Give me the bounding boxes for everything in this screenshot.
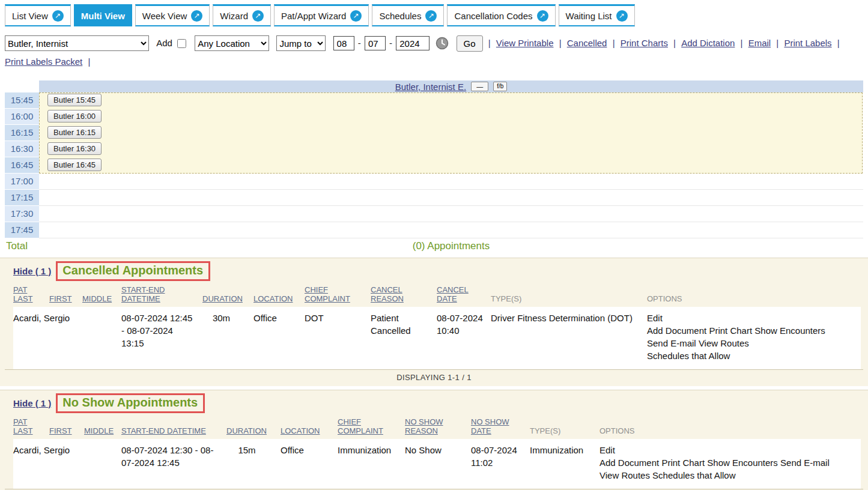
- tab-multi-view[interactable]: Multi View: [74, 4, 132, 26]
- col-header-cancel-reason[interactable]: CANCEL REASON: [371, 285, 404, 303]
- option-print-chart[interactable]: Print Chart: [709, 325, 752, 336]
- provider-select[interactable]: Butler, Internist: [5, 35, 149, 51]
- option-show-encounters[interactable]: Show Encounters: [707, 458, 778, 468]
- col-header-chief-complaint[interactable]: CHIEF COMPLAINT: [338, 417, 383, 435]
- open-new-window-icon[interactable]: ↗: [52, 10, 64, 22]
- empty-slot-cell[interactable]: [39, 190, 863, 206]
- option-print-chart[interactable]: Print Chart: [661, 458, 705, 468]
- tab-wizard[interactable]: Wizard ↗: [213, 4, 271, 26]
- col-header-duration[interactable]: DURATION: [202, 294, 243, 303]
- date-month-input[interactable]: [333, 36, 354, 50]
- link-print-labels-packet[interactable]: Print Labels Packet: [5, 56, 82, 67]
- option-add-document[interactable]: Add Document: [647, 325, 706, 336]
- cell-location: Office: [281, 439, 338, 489]
- tab-cancellation-codes[interactable]: Cancellation Codes ↗: [447, 4, 555, 26]
- annotation-box: Cancelled Appointments: [56, 261, 210, 281]
- cell-types: Driver Fitness Determination (DOT): [491, 307, 647, 369]
- tab-schedules[interactable]: Schedules ↗: [372, 4, 444, 26]
- col-header-start-end[interactable]: START-END DATETIME: [121, 426, 206, 435]
- slot-button[interactable]: Butler 16:00: [47, 110, 102, 122]
- add-checkbox[interactable]: [177, 39, 186, 48]
- provider-link[interactable]: Butler, Internist E.: [395, 82, 466, 92]
- time-label: 16:15: [5, 125, 39, 141]
- col-header-location[interactable]: LOCATION: [281, 426, 320, 435]
- cancelled-appointments-section: Hide ( 1 ) Cancelled Appointments PAT LA…: [0, 258, 868, 386]
- slot-button[interactable]: Butler 16:15: [47, 126, 102, 139]
- col-header-no-show-reason[interactable]: NO SHOW REASON: [405, 417, 443, 435]
- jump-to-select[interactable]: Jump to: [276, 35, 326, 51]
- option-view-routes[interactable]: View Routes: [599, 470, 650, 480]
- open-new-window-icon[interactable]: ↗: [616, 10, 628, 22]
- link-print-labels[interactable]: Print Labels: [784, 38, 831, 48]
- tab-list-view[interactable]: List View ↗: [5, 4, 71, 26]
- link-cancelled[interactable]: Cancelled: [567, 38, 607, 48]
- option-send-email[interactable]: Send E-mail: [647, 338, 696, 348]
- col-header-pat-last[interactable]: PAT LAST: [13, 417, 33, 435]
- no-show-appointments-section: Hide ( 1 ) No Show Appointments PAT LAST…: [0, 390, 868, 490]
- schedule-row: 17:00: [5, 174, 863, 190]
- col-header-middle[interactable]: MIDDLE: [84, 426, 114, 435]
- option-add-document[interactable]: Add Document: [599, 458, 659, 468]
- cell-cancel-reason: Patient Cancelled: [371, 307, 437, 369]
- col-header-first[interactable]: FIRST: [49, 294, 72, 303]
- empty-slot-cell[interactable]: [39, 222, 863, 238]
- cell-chief-complaint: Immunization: [338, 439, 405, 489]
- col-header-middle[interactable]: MIDDLE: [82, 294, 112, 303]
- provider-column-header: Butler, Internist E. — f/b: [39, 80, 863, 92]
- option-edit[interactable]: Edit: [647, 313, 663, 323]
- option-view-routes[interactable]: View Routes: [699, 338, 749, 348]
- option-schedules-that-allow[interactable]: Schedules that Allow: [652, 470, 735, 480]
- open-new-window-icon[interactable]: ↗: [252, 10, 264, 22]
- minimize-button[interactable]: —: [471, 82, 488, 91]
- open-new-window-icon[interactable]: ↗: [350, 10, 362, 22]
- clock-icon[interactable]: [436, 37, 449, 50]
- total-row: Total (0) Appointments: [5, 238, 863, 254]
- slot-button[interactable]: Butler 16:30: [47, 142, 102, 155]
- link-email[interactable]: Email: [748, 38, 771, 48]
- tab-week-view[interactable]: Week View ↗: [135, 4, 210, 26]
- col-header-chief-complaint[interactable]: CHIEF COMPLAINT: [305, 285, 350, 303]
- open-new-window-icon[interactable]: ↗: [425, 10, 437, 22]
- slot-button[interactable]: Butler 15:45: [47, 94, 102, 106]
- cell-chief-complaint: DOT: [305, 307, 371, 369]
- cell-no-show-date: 08-07-2024 11:02: [471, 439, 530, 489]
- cell-start-end: 08-07-2024 12:45 - 08-07-2024 13:15: [121, 307, 202, 369]
- col-header-location[interactable]: LOCATION: [253, 294, 293, 303]
- open-new-window-icon[interactable]: ↗: [537, 10, 548, 22]
- cancelled-appointments-table: PAT LAST FIRST MIDDLE START-END DATETIME…: [13, 283, 861, 369]
- col-header-duration[interactable]: DURATION: [226, 426, 267, 435]
- schedule-row: 17:15: [5, 190, 863, 206]
- option-show-encounters[interactable]: Show Encounters: [754, 325, 825, 336]
- option-schedules-that-allow[interactable]: Schedules that Allow: [647, 351, 730, 361]
- col-header-no-show-date[interactable]: NO SHOW DATE: [471, 417, 509, 435]
- tab-label: Week View: [142, 11, 187, 21]
- empty-slot-cell[interactable]: [39, 206, 863, 222]
- time-column-header: [5, 80, 39, 92]
- schedule-row: 17:45: [5, 222, 863, 238]
- link-add-dictation[interactable]: Add Dictation: [681, 38, 735, 48]
- location-select[interactable]: Any Location: [195, 35, 269, 51]
- fb-button[interactable]: f/b: [493, 82, 507, 91]
- option-edit[interactable]: Edit: [599, 445, 615, 455]
- cancelled-section-header: Hide ( 1 ) Cancelled Appointments: [5, 258, 863, 283]
- tab-waiting-list[interactable]: Waiting List ↗: [559, 4, 635, 26]
- tab-pat-appt-wizard[interactable]: Pat/Appt Wizard ↗: [274, 4, 369, 26]
- link-print-charts[interactable]: Print Charts: [621, 38, 668, 48]
- col-header-options: OPTIONS: [599, 415, 861, 439]
- col-header-cancel-date[interactable]: CANCEL DATE: [437, 285, 469, 303]
- no-show-section-header: Hide ( 1 ) No Show Appointments: [5, 390, 863, 415]
- col-header-first[interactable]: FIRST: [49, 426, 72, 435]
- link-view-printable[interactable]: View Printable: [496, 38, 554, 48]
- col-header-pat-last[interactable]: PAT LAST: [13, 285, 33, 303]
- hide-cancelled-link[interactable]: Hide ( 1 ): [13, 266, 51, 276]
- option-send-email[interactable]: Send E-mail: [780, 458, 830, 468]
- slot-button[interactable]: Butler 16:45: [47, 159, 102, 171]
- date-year-input[interactable]: [396, 36, 429, 50]
- empty-slot-cell[interactable]: [39, 174, 863, 190]
- hide-no-show-link[interactable]: Hide ( 1 ): [13, 398, 51, 408]
- time-label: 16:00: [5, 109, 39, 125]
- date-day-input[interactable]: [365, 36, 386, 50]
- open-new-window-icon[interactable]: ↗: [191, 10, 202, 22]
- col-header-start-end[interactable]: START-END DATETIME: [121, 285, 165, 303]
- go-button[interactable]: Go: [457, 35, 483, 52]
